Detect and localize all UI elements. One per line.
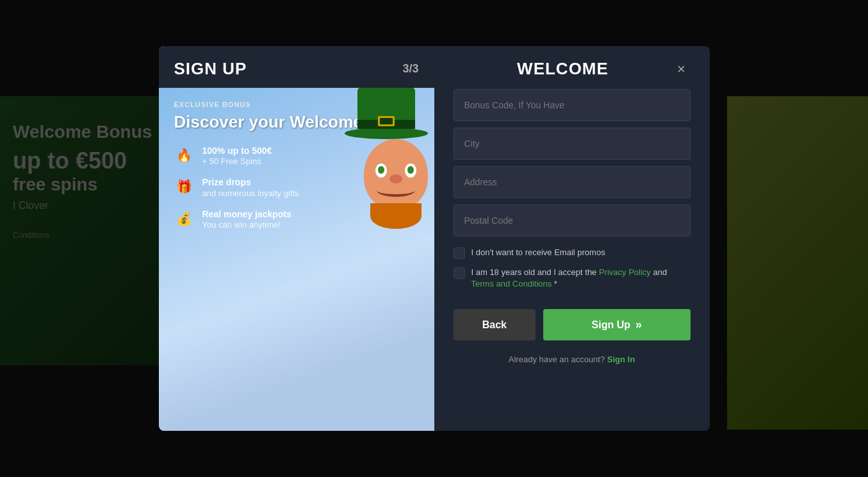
modal-left-content: EXCLUSIVE BONUS Discover your Welcome Of… [159, 88, 434, 431]
beard [370, 203, 422, 229]
modal-left-panel: SIGN UP 3/3 EXCLUSIVE BONUS Discover you… [159, 46, 434, 431]
feature-line1-2: Prize drops [202, 176, 299, 188]
eye-left [375, 163, 387, 178]
step-indicator: 3/3 [402, 62, 418, 76]
bonus-code-input[interactable] [454, 89, 691, 121]
signup-modal: SIGN UP 3/3 EXCLUSIVE BONUS Discover you… [159, 46, 710, 431]
close-button[interactable]: × [673, 60, 691, 78]
city-input[interactable] [454, 128, 691, 160]
feature-line2-2: and numerous loyalty gifts [202, 188, 299, 198]
feature-text-3: Real money jackpots You can win anytime! [202, 208, 291, 230]
feature-line2-1: + 50 Free Spins [202, 156, 272, 166]
buttons-row: Back Sign Up » [454, 309, 691, 340]
checkbox-group: I don't want to receive Email promos I a… [454, 247, 691, 290]
feature-line2-3: You can win anytime! [202, 220, 291, 230]
age-accept-checkbox-item: I am 18 years old and I accept the Priva… [454, 267, 691, 290]
signup-button-label: Sign Up [592, 319, 630, 331]
nose [389, 174, 402, 183]
age-accept-checkbox[interactable] [454, 267, 465, 279]
already-account-text: Already have an account? Sign In [454, 355, 691, 364]
terms-suffix: * [552, 279, 557, 289]
hat-buckle [378, 116, 395, 126]
signup-arrows: » [635, 318, 642, 331]
feature-text-2: Prize drops and numerous loyalty gifts [202, 176, 299, 197]
leprechaun-face [364, 139, 428, 210]
age-accept-prefix: I am 18 years old and I accept the [471, 267, 599, 277]
hat-buckle-inner [380, 118, 393, 124]
already-account-label: Already have an account? [509, 355, 605, 364]
feature-line1-3: Real money jackpots [202, 208, 291, 220]
signup-title: SIGN UP [174, 59, 247, 79]
privacy-policy-link[interactable]: Privacy Policy [599, 267, 651, 277]
terms-link[interactable]: Terms and Conditions [471, 279, 552, 289]
eye-right [405, 163, 416, 178]
money-icon: 💰 [174, 208, 195, 229]
welcome-title: WELCOME [454, 59, 673, 79]
form-fields: I don't want to receive Email promos I a… [454, 89, 691, 415]
modal-right-panel: WELCOME × I don't want to receive Email … [434, 46, 710, 431]
age-accept-label: I am 18 years old and I accept the Priva… [471, 267, 691, 290]
no-email-checkbox-item: I don't want to receive Email promos [454, 247, 691, 259]
fire-icon: 🔥 [174, 145, 195, 165]
leprechaun-body [306, 88, 434, 331]
back-button[interactable]: Back [454, 309, 536, 340]
feature-text-1: 100% up to 500€ + 50 Free Spins [202, 145, 272, 166]
no-email-promos-label: I don't want to receive Email promos [471, 247, 605, 258]
mouth [377, 184, 415, 197]
postal-code-input[interactable] [454, 205, 691, 237]
gift-icon: 🎁 [174, 176, 195, 197]
modal-backdrop: SIGN UP 3/3 EXCLUSIVE BONUS Discover you… [0, 0, 868, 477]
address-input[interactable] [454, 166, 691, 198]
age-accept-middle: and [651, 267, 667, 277]
leprechaun-illustration [306, 88, 434, 331]
signup-button[interactable]: Sign Up » [543, 309, 690, 340]
modal-right-header: WELCOME × [454, 46, 691, 89]
no-email-promos-checkbox[interactable] [454, 247, 465, 259]
hat-brim [345, 128, 428, 139]
modal-left-header: SIGN UP 3/3 [159, 46, 434, 88]
sign-in-link[interactable]: Sign In [607, 355, 635, 364]
feature-line1-1: 100% up to 500€ [202, 145, 272, 156]
